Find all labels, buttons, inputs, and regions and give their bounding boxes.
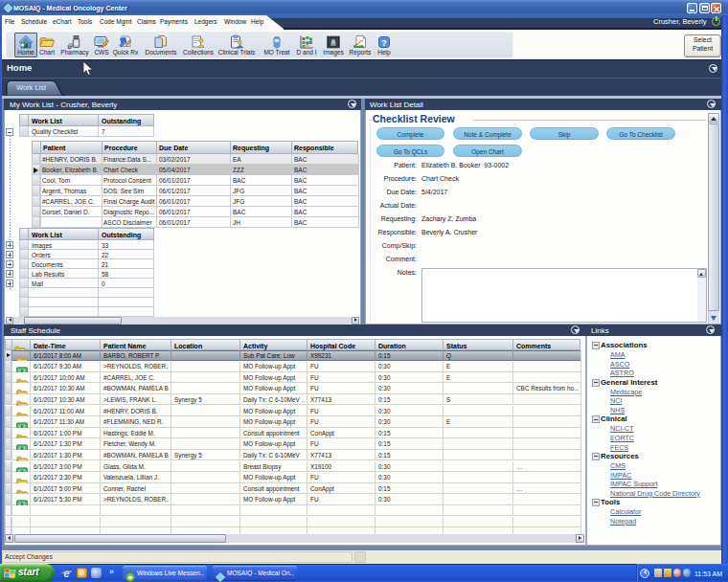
svg-text:e: e xyxy=(63,567,69,578)
svg-text:?: ? xyxy=(381,38,387,48)
